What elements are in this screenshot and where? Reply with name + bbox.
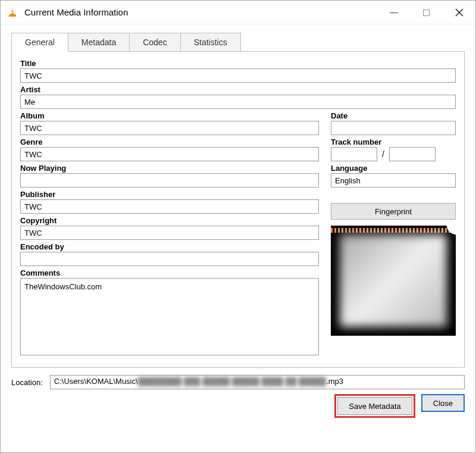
language-input[interactable] [331,173,456,188]
comments-input[interactable] [20,278,319,355]
artist-label: Artist [20,85,456,94]
location-label: Location: [11,378,43,387]
cover-art-corner [447,226,456,235]
comments-label: Comments [20,268,319,277]
cover-art-decoration [331,228,456,233]
artist-input[interactable] [20,95,456,109]
title-label: Title [20,59,456,68]
tab-metadata[interactable]: Metadata [68,33,130,51]
tabs: General Metadata Codec Statistics [11,33,465,51]
album-input[interactable] [20,121,319,135]
track-number-input[interactable] [331,147,377,161]
location-path-prefix: C:\Users\KOMAL\Music\ [54,377,138,386]
track-number-label: Track number [331,138,456,146]
genre-label: Genre [20,138,319,146]
close-icon [455,8,464,17]
now-playing-label: Now Playing [20,164,319,173]
fingerprint-button[interactable]: Fingerprint [331,203,456,220]
language-label: Language [331,164,456,173]
date-label: Date [331,111,456,120]
location-path-redacted: ████████ ███ █████ █████ ████ ██ █████ [138,377,326,386]
encoded-by-input[interactable] [20,252,319,266]
tab-content-general: Title Artist Album Genre [11,51,465,368]
titlebar: Current Media Information [1,1,475,24]
copyright-input[interactable] [20,226,319,240]
location-path-suffix: .mp3 [326,377,343,386]
track-separator: / [381,149,386,159]
title-input[interactable] [20,68,456,83]
date-input[interactable] [331,121,456,135]
save-metadata-button[interactable]: Save Metadata [337,397,412,415]
vlc-cone-icon [7,7,18,18]
tab-general[interactable]: General [11,33,68,52]
track-total-input[interactable] [389,147,436,161]
encoded-by-label: Encoded by [20,242,319,251]
location-input[interactable]: C:\Users\KOMAL\Music\████████ ███ █████ … [50,375,465,389]
copyright-label: Copyright [20,216,319,225]
publisher-label: Publisher [20,190,319,199]
now-playing-input[interactable] [20,173,319,188]
svg-rect-1 [11,12,14,13]
close-button[interactable]: Close [421,394,465,412]
media-info-window: Current Media Information General Metada… [0,0,476,453]
svg-rect-0 [11,10,14,11]
publisher-input[interactable] [20,199,319,214]
cover-art [331,226,456,336]
footer: Location: C:\Users\KOMAL\Music\████████ … [1,368,475,425]
maximize-button[interactable] [410,1,443,24]
close-window-button[interactable] [443,1,475,24]
cover-art-image [340,235,447,327]
tab-codec[interactable]: Codec [129,33,180,51]
genre-input[interactable] [20,147,319,161]
window-title: Current Media Information [24,7,377,17]
tab-statistics[interactable]: Statistics [180,33,241,51]
tab-area: General Metadata Codec Statistics Title … [1,24,475,368]
album-label: Album [20,111,319,120]
save-metadata-highlight: Save Metadata [334,394,415,418]
window-controls [377,1,475,24]
footer-buttons: Save Metadata Close [11,394,465,418]
location-row: Location: C:\Users\KOMAL\Music\████████ … [11,375,465,389]
minimize-button[interactable] [377,1,410,24]
